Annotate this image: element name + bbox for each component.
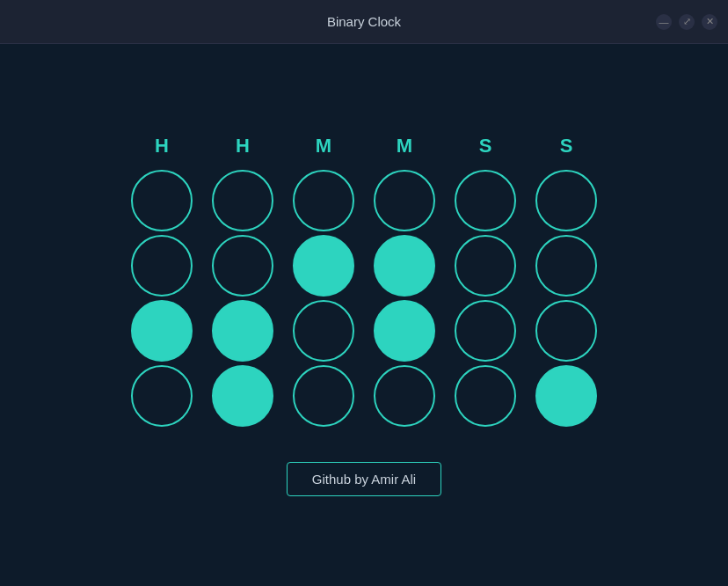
window-controls: — ⤢ ✕ — [656, 14, 717, 30]
circle-r0-c3 — [374, 170, 435, 231]
circle-r3-c5 — [535, 365, 597, 427]
grid-row-1 — [131, 235, 597, 297]
maximize-button[interactable]: ⤢ — [679, 14, 695, 30]
col-label-4: S — [455, 135, 516, 157]
circle-r0-c1 — [212, 170, 273, 231]
col-label-5: S — [535, 135, 597, 157]
minimize-button[interactable]: — — [656, 14, 672, 30]
window-title: Binary Clock — [327, 14, 401, 29]
circle-r3-c3 — [374, 365, 435, 427]
circle-r2-c0 — [131, 300, 193, 362]
circle-r0-c4 — [455, 170, 516, 231]
title-bar: Binary Clock — ⤢ ✕ — [0, 0, 728, 44]
circle-r1-c0 — [131, 235, 193, 297]
clock-container: HHMMSS Github by Amir Ali — [131, 135, 597, 496]
circle-r1-c3 — [374, 235, 435, 297]
app-window: Binary Clock — ⤢ ✕ HHMMSS Github by Amir… — [0, 0, 728, 586]
col-label-0: H — [131, 135, 193, 157]
column-labels: HHMMSS — [131, 135, 597, 157]
circle-r1-c4 — [455, 235, 516, 297]
circle-r1-c5 — [535, 235, 597, 297]
circle-r0-c0 — [131, 170, 193, 231]
col-label-2: M — [293, 135, 354, 157]
grid-row-0 — [131, 170, 597, 231]
circle-r2-c1 — [212, 300, 273, 362]
circle-r2-c5 — [535, 300, 597, 362]
circle-r0-c5 — [535, 170, 597, 231]
grid-row-3 — [131, 365, 597, 427]
main-content: HHMMSS Github by Amir Ali — [0, 44, 728, 586]
circle-r1-c2 — [293, 235, 354, 297]
circle-r0-c2 — [293, 170, 354, 231]
col-label-1: H — [212, 135, 273, 157]
grid-row-2 — [131, 300, 597, 362]
circle-r3-c0 — [131, 365, 193, 427]
circle-r3-c1 — [212, 365, 273, 427]
circle-r2-c3 — [374, 300, 435, 362]
circle-r3-c4 — [455, 365, 516, 427]
col-label-3: M — [374, 135, 435, 157]
github-button[interactable]: Github by Amir Ali — [287, 462, 441, 496]
circle-r3-c2 — [293, 365, 354, 427]
close-button[interactable]: ✕ — [702, 14, 717, 30]
binary-grid — [131, 170, 597, 427]
circle-r1-c1 — [212, 235, 273, 297]
circle-r2-c2 — [293, 300, 354, 362]
circle-r2-c4 — [455, 300, 516, 362]
